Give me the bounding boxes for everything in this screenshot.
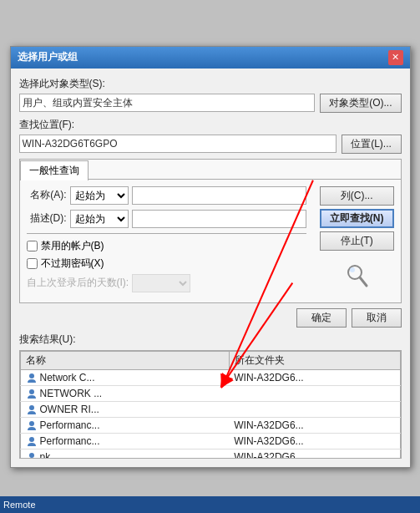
desc-query-select[interactable]: 起始为: [70, 210, 129, 228]
svg-line-1: [360, 277, 367, 286]
right-buttons: 列(C)... 立即查找(N) 停止(T): [320, 186, 394, 296]
name-query-input[interactable]: [132, 186, 306, 205]
tab-header: 一般性查询: [20, 160, 401, 180]
desc-query-input[interactable]: [132, 210, 306, 228]
taskbar: Remote: [0, 496, 420, 513]
svg-point-5: [29, 405, 34, 410]
table-row[interactable]: Performanc...WIN-A32DG6...: [20, 433, 400, 449]
general-query-tab[interactable]: 一般性查询: [20, 160, 89, 180]
location-label: 查找位置(F):: [19, 118, 402, 132]
table-row[interactable]: OWNER RI...: [20, 401, 400, 417]
disabled-checkbox[interactable]: [27, 241, 38, 251]
svg-point-6: [29, 421, 34, 426]
location-row: 位置(L)...: [19, 135, 402, 154]
col-name[interactable]: 名称: [20, 351, 229, 369]
results-header: 名称 所在文件夹: [20, 351, 400, 369]
tab-content: 名称(A): 起始为 描述(D): 起始为: [20, 180, 401, 302]
object-types-row: 对象类型(O)...: [19, 94, 402, 113]
table-row[interactable]: Network C...WIN-A32DG6...: [20, 369, 400, 385]
table-row[interactable]: pkWIN-A32DG6...: [20, 449, 400, 459]
svg-point-7: [29, 437, 34, 442]
title-bar: 选择用户或组 ✕: [11, 47, 410, 69]
close-button[interactable]: ✕: [388, 50, 403, 65]
desc-query-label: 描述(D):: [27, 211, 67, 226]
object-types-input[interactable]: [19, 94, 316, 112]
stop-button[interactable]: 停止(T): [320, 231, 394, 251]
svg-point-2: [350, 267, 355, 272]
query-section: 一般性查询 名称(A): 起始为: [19, 159, 402, 303]
object-types-button[interactable]: 对象类型(O)...: [320, 94, 401, 113]
result-name-cell: pk: [20, 449, 229, 459]
noexpiry-label: 不过期密码(X): [41, 256, 104, 271]
dialog-title: 选择用户或组: [18, 50, 78, 64]
search-left: 名称(A): 起始为 描述(D): 起始为: [27, 186, 306, 296]
divider: [27, 233, 306, 234]
result-folder-cell: [229, 385, 400, 401]
location-input[interactable]: [19, 135, 337, 153]
noexpiry-checkbox[interactable]: [27, 258, 38, 269]
result-folder-cell: WIN-A32DG6...: [229, 449, 400, 459]
results-body: Network C...WIN-A32DG6...NETWORK ...OWNE…: [20, 369, 400, 459]
days-label: 自上次登录后的天数(I):: [27, 276, 129, 290]
result-name-cell: NETWORK ...: [20, 385, 229, 401]
results-label: 搜索结果(U):: [19, 333, 402, 347]
search-area: 名称(A): 起始为 描述(D): 起始为: [27, 186, 394, 296]
select-user-dialog: 选择用户或组 ✕ 选择此对象类型(S): 对象类型(O)... 查找位置(F):…: [10, 46, 411, 468]
results-table-wrapper[interactable]: 名称 所在文件夹 Network C...WIN-A32DG6...NETWOR…: [19, 350, 402, 459]
taskbar-text: Remote: [3, 500, 36, 510]
object-types-label: 选择此对象类型(S):: [19, 77, 402, 91]
svg-point-8: [29, 453, 34, 458]
name-query-select[interactable]: 起始为: [70, 186, 129, 205]
search-now-button[interactable]: 立即查找(N): [320, 209, 394, 228]
result-folder-cell: WIN-A32DG6...: [229, 433, 400, 449]
search-icon: [342, 261, 372, 291]
disabled-label: 禁用的帐户(B): [41, 239, 104, 253]
result-name-cell: Performanc...: [20, 433, 229, 449]
name-query-row: 名称(A): 起始为: [27, 186, 306, 205]
result-name-cell: Network C...: [20, 369, 229, 385]
results-table: 名称 所在文件夹 Network C...WIN-A32DG6...NETWOR…: [20, 351, 401, 459]
days-select[interactable]: [132, 274, 190, 292]
disabled-checkbox-row: 禁用的帐户(B): [27, 239, 306, 253]
result-folder-cell: WIN-A32DG6...: [229, 369, 400, 385]
svg-point-4: [29, 389, 34, 394]
result-name-cell: OWNER RI...: [20, 401, 229, 417]
svg-point-3: [29, 373, 34, 378]
results-section: 搜索结果(U): 名称 所在文件夹 Network C...WIN-A32DG6…: [19, 333, 402, 459]
confirm-row: 确定 取消: [19, 308, 402, 328]
days-row: 自上次登录后的天数(I):: [27, 274, 306, 292]
result-folder-cell: [229, 401, 400, 417]
col-folder[interactable]: 所在文件夹: [229, 351, 400, 369]
result-name-cell: Performanc...: [20, 417, 229, 433]
desc-query-row: 描述(D): 起始为: [27, 210, 306, 228]
noexpiry-checkbox-row: 不过期密码(X): [27, 256, 306, 271]
ok-button[interactable]: 确定: [296, 308, 347, 328]
col-button[interactable]: 列(C)...: [320, 186, 394, 206]
table-row[interactable]: Performanc...WIN-A32DG6...: [20, 417, 400, 433]
location-button[interactable]: 位置(L)...: [342, 135, 402, 154]
result-folder-cell: WIN-A32DG6...: [229, 417, 400, 433]
table-row[interactable]: NETWORK ...: [20, 385, 400, 401]
cancel-button[interactable]: 取消: [352, 308, 402, 328]
name-query-label: 名称(A):: [27, 188, 67, 202]
dialog-body: 选择此对象类型(S): 对象类型(O)... 查找位置(F): 位置(L)...…: [11, 69, 410, 467]
